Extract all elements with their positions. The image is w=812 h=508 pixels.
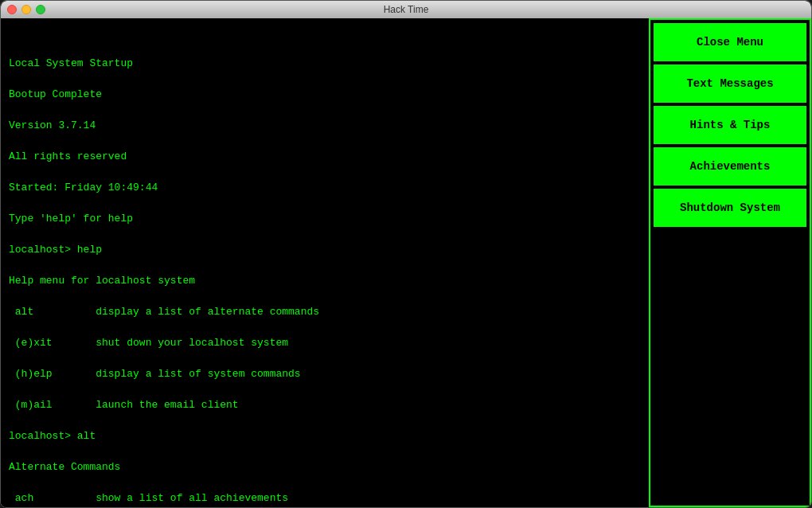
app-window: Hack Time Local System Startup Bootup Co…	[0, 0, 812, 508]
terminal-line: (m)ail launch the email client	[9, 397, 641, 413]
terminal-line: alt display a list of alternate commands	[9, 304, 641, 320]
sidebar-btn-hints-tips[interactable]: Hints & Tips	[654, 106, 806, 144]
sidebar-btn-close-menu[interactable]: Close Menu	[654, 23, 806, 61]
title-bar: Hack Time	[1, 1, 811, 18]
sidebar-btn-shutdown-system[interactable]: Shutdown System	[654, 189, 806, 227]
terminal-line: Started: Friday 10:49:44	[9, 180, 641, 196]
sidebar-btn-achievements[interactable]: Achievements	[654, 147, 806, 186]
window-title: Hack Time	[384, 4, 429, 15]
close-button[interactable]	[7, 5, 17, 14]
window-controls	[7, 5, 45, 14]
terminal-line: All rights reserved	[9, 149, 641, 165]
terminal-line: ach show a list of all achievements	[9, 490, 641, 506]
terminal-line: Alternate Commands	[9, 459, 641, 475]
content-area: Local System Startup Bootup Complete Ver…	[1, 18, 811, 507]
terminal-line: Type 'help' for help	[9, 211, 641, 227]
terminal-output[interactable]: Local System Startup Bootup Complete Ver…	[1, 18, 649, 507]
minimize-button[interactable]	[21, 5, 31, 14]
maximize-button[interactable]	[36, 5, 45, 14]
terminal-line: (h)elp display a list of system commands	[9, 366, 641, 382]
sidebar: Close MenuText MessagesHints & TipsAchie…	[649, 18, 811, 507]
terminal-line: Version 3.7.14	[9, 118, 641, 134]
terminal-line: localhost> help	[9, 242, 641, 258]
terminal-line: localhost> alt	[9, 428, 641, 444]
terminal-line: Help menu for localhost system	[9, 273, 641, 289]
terminal-line: Local System Startup	[9, 56, 641, 72]
sidebar-btn-text-messages[interactable]: Text Messages	[654, 64, 806, 103]
terminal-line: Bootup Complete	[9, 87, 641, 103]
terminal-line: (e)xit shut down your localhost system	[9, 335, 641, 351]
